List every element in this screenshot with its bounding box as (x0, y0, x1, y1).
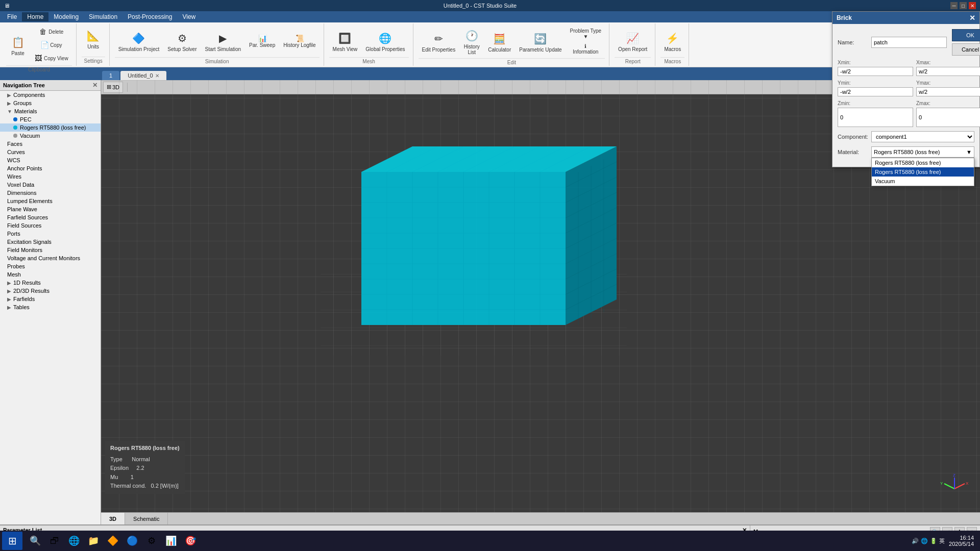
tree-item-wcs[interactable]: WCS (0, 156, 101, 164)
xmax-input[interactable] (916, 67, 980, 76)
tree-item-voltage-current-monitors[interactable]: Voltage and Current Monitors (0, 254, 101, 262)
taskbar-app2[interactable]: 🔵 (124, 532, 141, 549)
taskbar-app4[interactable]: 📊 (162, 532, 180, 549)
material-dropdown-list[interactable]: Rogers RT5880 (loss free) Rogers RT5880 … (871, 158, 974, 186)
ymax-group: Ymax: (916, 80, 980, 96)
tree-item-groups[interactable]: ▶ Groups (0, 99, 101, 107)
component-select[interactable]: component1 (871, 131, 974, 142)
material-option-rogers2[interactable]: Rogers RT5880 (loss free) (872, 167, 974, 177)
tree-item-plane-wave[interactable]: Plane Wave (0, 205, 101, 213)
taskbar-explorer[interactable]: 📁 (85, 532, 102, 549)
tab-untitled-close[interactable]: ✕ (155, 73, 159, 79)
xmin-input[interactable] (838, 67, 913, 76)
history-logfile-button[interactable]: 📜 History Logfile (280, 32, 319, 50)
tree-item-wires[interactable]: Wires (0, 172, 101, 181)
menu-modeling[interactable]: Modeling (48, 12, 84, 21)
open-report-button[interactable]: 📈 Open Report (615, 26, 651, 56)
ymin-input[interactable] (838, 87, 913, 96)
ok-cancel-buttons: OK Cancel (952, 29, 980, 56)
tab-untitled[interactable]: Untitled_0 ✕ (120, 71, 166, 80)
minimize-button[interactable]: ─ (950, 2, 958, 9)
tree-item-field-sources[interactable]: Field Sources (0, 221, 101, 230)
tree-item-voxel-data[interactable]: Voxel Data (0, 181, 101, 189)
taskbar-app5[interactable]: 🎯 (182, 532, 199, 549)
copy-button[interactable]: 📄 Copy (31, 39, 72, 51)
zmin-input[interactable] (838, 108, 913, 127)
view-tab-schematic[interactable]: Schematic (125, 513, 168, 524)
tree-item-2d3d-results[interactable]: ▶ 2D/3D Results (0, 287, 101, 295)
brick-dialog[interactable]: Brick ✕ Name: OK Cancel Xmin: Xmax: (832, 11, 980, 167)
units-button[interactable]: 📐 Units (82, 26, 105, 52)
close-button[interactable]: ✕ (969, 2, 976, 9)
ymin-label: Ymin: (838, 80, 913, 86)
tree-item-field-monitors[interactable]: Field Monitors (0, 246, 101, 254)
tree-item-pec[interactable]: PEC (0, 115, 101, 123)
information-button[interactable]: ℹ Information (567, 41, 605, 57)
calculator-button[interactable]: 🧮 Calculator (484, 26, 514, 57)
material-dropdown-trigger[interactable]: Rogers RT5880 (loss free) ▼ (871, 146, 974, 158)
tree-item-dimensions[interactable]: Dimensions (0, 189, 101, 197)
date-display: 2020/5/14 (949, 541, 974, 547)
tree-item-ports[interactable]: Ports (0, 230, 101, 238)
curves-label: Curves (7, 149, 25, 155)
copy-view-button[interactable]: 🖼 Copy View (31, 52, 72, 64)
maximize-button[interactable]: □ (960, 2, 967, 9)
menu-post-processing[interactable]: Post-Processing (122, 12, 177, 21)
tree-item-materials[interactable]: ▼ Materials (0, 107, 101, 115)
taskbar-edge[interactable]: 🌐 (65, 532, 83, 549)
parametric-update-button[interactable]: 🔄 Parametric Update (516, 26, 565, 57)
macros-button[interactable]: ⚡ Macros (660, 26, 684, 56)
menu-view[interactable]: View (177, 12, 201, 21)
sim-project-button[interactable]: 🔷 Simulation Project (115, 26, 163, 56)
delete-button[interactable]: 🗑 Delete (31, 26, 72, 38)
mesh-view-button[interactable]: 🔲 Mesh View (329, 26, 361, 56)
tree-item-lumped-elements[interactable]: Lumped Elements (0, 197, 101, 205)
component-row: Component: component1 (838, 131, 974, 142)
paste-button[interactable]: 📋 Paste (6, 30, 30, 60)
material-option-rogers1[interactable]: Rogers RT5880 (loss free) (872, 158, 974, 167)
history-icon: 📜 (296, 34, 304, 42)
ok-button[interactable]: OK (952, 29, 980, 41)
tree-item-vacuum[interactable]: Vacuum (0, 132, 101, 140)
setup-solver-button[interactable]: ⚙ Setup Solver (164, 26, 200, 56)
ymax-input[interactable] (916, 87, 980, 96)
problem-type-button[interactable]: Problem Type ▼ (567, 26, 605, 41)
nav-tree-close[interactable]: ✕ (92, 82, 97, 89)
view-tab-3d[interactable]: 3D (101, 513, 125, 524)
taskbar-search[interactable]: 🔍 (27, 532, 44, 549)
cancel-button[interactable]: Cancel (952, 43, 980, 56)
name-input[interactable] (871, 37, 947, 48)
dialog-close-button[interactable]: ✕ (969, 14, 975, 22)
ribbon-mesh-group: 🔲 Mesh View 🌐 Global Properties Mesh (325, 23, 413, 66)
menu-simulation[interactable]: Simulation (84, 12, 122, 21)
material-row-container: Material: Rogers RT5880 (loss free) ▼ Ro… (838, 146, 974, 158)
tree-item-components[interactable]: ▶ Components (0, 91, 101, 99)
tree-item-farfield-sources[interactable]: Farfield Sources (0, 213, 101, 221)
tree-item-curves[interactable]: Curves (0, 148, 101, 156)
taskbar-app3[interactable]: ⚙ (143, 532, 160, 549)
zmax-input[interactable] (916, 108, 980, 127)
start-sim-button[interactable]: ▶ Start Simulation (201, 26, 244, 56)
menu-file[interactable]: File (2, 12, 22, 21)
edit-properties-button[interactable]: ✏ Edit Properties (419, 26, 459, 57)
tree-item-excitation-signals[interactable]: Excitation Signals (0, 238, 101, 246)
tree-item-farfields[interactable]: ▶ Farfields (0, 295, 101, 303)
start-button[interactable]: ⊞ (2, 532, 22, 550)
tree-item-probes[interactable]: Probes (0, 262, 101, 270)
tree-item-tables[interactable]: ▶ Tables (0, 303, 101, 311)
edit-properties-icon: ✏ (430, 31, 447, 47)
tree-item-faces[interactable]: Faces (0, 140, 101, 148)
history-button[interactable]: 🕐 HistoryList (460, 26, 483, 57)
tree-item-rogers[interactable]: Rogers RT5880 (loss free) (0, 123, 101, 132)
par-sweep-button[interactable]: 📊 Par. Sweep (246, 32, 279, 50)
ymax-label: Ymax: (916, 80, 980, 86)
tree-item-anchor-points[interactable]: Anchor Points (0, 164, 101, 172)
tab-1[interactable]: 1 (102, 71, 119, 80)
tree-item-1d-results[interactable]: ▶ 1D Results (0, 279, 101, 287)
global-properties-button[interactable]: 🌐 Global Properties (362, 26, 408, 56)
menu-home[interactable]: Home (22, 12, 48, 21)
material-option-vacuum[interactable]: Vacuum (872, 177, 974, 186)
taskbar-app1[interactable]: 🔶 (104, 532, 121, 549)
taskbar-task-view[interactable]: 🗗 (46, 532, 63, 549)
tree-item-mesh[interactable]: Mesh (0, 270, 101, 279)
